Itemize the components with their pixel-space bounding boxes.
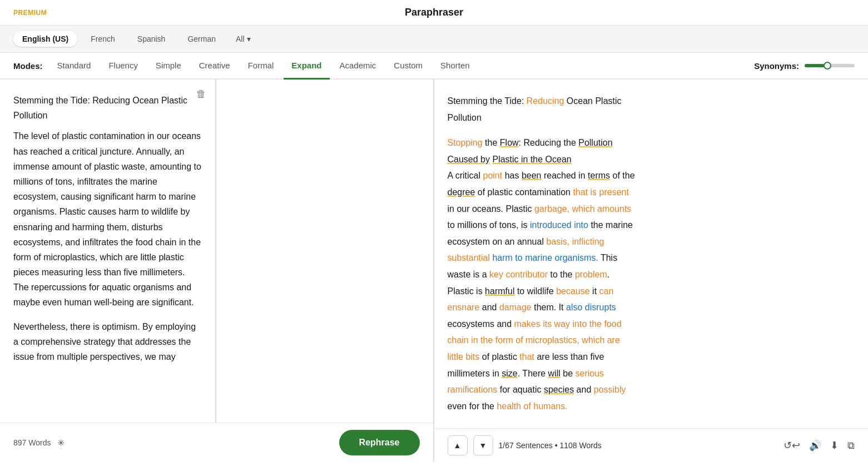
span-that: that: [519, 352, 534, 361]
download-icon[interactable]: ⬇: [830, 439, 839, 452]
slider-track: [805, 64, 855, 67]
copy-icon[interactable]: ⧉: [847, 440, 855, 452]
delete-icon[interactable]: 🗑: [196, 88, 206, 100]
output-text: Stemming the Tide: Reducing Ocean Plasti…: [448, 93, 638, 414]
span-garbage: garbage, which amounts: [534, 204, 631, 214]
left-bottom-bar: 897 Words ✳ Rephrase: [0, 423, 433, 462]
word-count: 897 Words: [13, 438, 51, 447]
left-text-area[interactable]: 🗑 Stemming the Tide: Reducing Ocean Plas…: [0, 80, 216, 423]
lang-german[interactable]: German: [178, 31, 225, 47]
top-bar: PREMIUM Paraphraser: [0, 0, 868, 26]
span-key-contributor: key contributor: [489, 270, 548, 279]
left-panel: 🗑 Stemming the Tide: Reducing Ocean Plas…: [0, 80, 434, 462]
span-health-of-humans: health of humans.: [497, 401, 567, 411]
output-paragraph1: Stopping the Flow: Reducing the Pollutio…: [448, 135, 638, 167]
span-species: species: [544, 385, 574, 394]
slider-fill: [805, 64, 825, 67]
chevron-down-icon: ▾: [247, 34, 251, 43]
language-bar: English (US) French Spanish German All ▾: [0, 26, 868, 53]
main-content: 🗑 Stemming the Tide: Reducing Ocean Plas…: [0, 80, 868, 462]
speaker-icon[interactable]: 🔊: [809, 439, 821, 452]
mode-formal[interactable]: Formal: [240, 53, 282, 80]
mode-custom[interactable]: Custom: [386, 53, 430, 80]
synonyms-label: Synonyms:: [754, 61, 799, 71]
lang-all-dropdown[interactable]: All ▾: [229, 31, 257, 47]
lang-spanish[interactable]: Spanish: [128, 31, 175, 47]
modes-label: Modes:: [13, 53, 43, 78]
rephrase-button[interactable]: Rephrase: [339, 430, 420, 455]
page-title: Paraphraser: [405, 7, 463, 18]
span-makes-its-way: makes its way into the food chain in the…: [448, 319, 622, 361]
feedback-icon[interactable]: ↺↩: [783, 439, 800, 452]
right-text-area: Stemming the Tide: Reducing Ocean Plasti…: [434, 80, 651, 428]
span-possibly: possibly: [594, 385, 626, 394]
span-serious-ramifications: serious ramifications: [448, 369, 604, 395]
mode-expand[interactable]: Expand: [284, 53, 329, 80]
nav-up-button[interactable]: ▲: [448, 435, 468, 455]
right-actions: ↺↩ 🔊 ⬇ ⧉: [783, 439, 855, 452]
mode-creative[interactable]: Creative: [191, 53, 238, 80]
mode-standard[interactable]: Standard: [49, 53, 99, 80]
span-plastic: Plastic in the Ocean: [492, 155, 571, 164]
span-harm: harm to marine organisms.: [492, 253, 598, 262]
span-terms: terms: [588, 171, 610, 180]
span-problem: problem: [575, 270, 607, 279]
all-label: All: [236, 34, 245, 43]
input-text: Stemming the Tide: Reducing Ocean Plasti…: [13, 93, 202, 364]
right-panel: Stemming the Tide: Reducing Ocean Plasti…: [434, 80, 869, 462]
output-paragraph2: A critical point has been reached in ter…: [448, 167, 638, 414]
synonyms-slider[interactable]: [805, 64, 855, 67]
span-that-is-present: that is present: [573, 187, 629, 197]
nav-down-button[interactable]: ▼: [473, 435, 493, 455]
span-because: because: [556, 286, 590, 296]
span-point: point: [483, 171, 503, 180]
mode-academic[interactable]: Academic: [332, 53, 384, 80]
mode-shorten[interactable]: Shorten: [433, 53, 478, 80]
span-stopping: Stopping: [448, 138, 483, 147]
span-pollution: Pollution: [578, 138, 612, 147]
lang-english[interactable]: English (US): [13, 31, 77, 47]
span-harmful: harmful: [485, 286, 514, 296]
synonyms-section: Synonyms:: [754, 61, 855, 71]
span-caused-by: Caused by: [448, 155, 490, 164]
mode-simple[interactable]: Simple: [148, 53, 189, 80]
output-title-orange: Reducing: [527, 96, 564, 106]
modes-bar: Modes: Standard Fluency Simple Creative …: [0, 53, 868, 80]
ai-detection-icon[interactable]: ✳: [57, 438, 65, 448]
span-will: will: [548, 369, 561, 378]
input-paragraph2: Nevertheless, there is optimism. By empl…: [13, 319, 202, 365]
sentence-info: 1/67 Sentences • 1108 Words: [499, 441, 602, 450]
span-damage: damage: [499, 303, 532, 312]
input-paragraph1: The level of plastic contamination in ou…: [13, 128, 202, 310]
span-been: been: [522, 171, 542, 180]
premium-badge: PREMIUM: [13, 9, 47, 17]
span-flow: Flow: [500, 138, 519, 147]
span-degree: degree: [448, 187, 475, 197]
span-size: size: [502, 369, 517, 378]
input-title: Stemming the Tide: Reducing Ocean Plasti…: [13, 93, 202, 123]
right-bottom-bar: ▲ ▼ 1/67 Sentences • 1108 Words ↺↩ 🔊 ⬇ ⧉: [434, 428, 869, 462]
slider-thumb: [824, 62, 831, 70]
mode-fluency[interactable]: Fluency: [101, 53, 146, 80]
span-introduced: introduced into: [530, 220, 588, 230]
lang-french[interactable]: French: [82, 31, 124, 47]
span-also-disrupts: also disrupts: [566, 303, 616, 312]
output-title: Stemming the Tide: Reducing Ocean Plasti…: [448, 93, 638, 126]
